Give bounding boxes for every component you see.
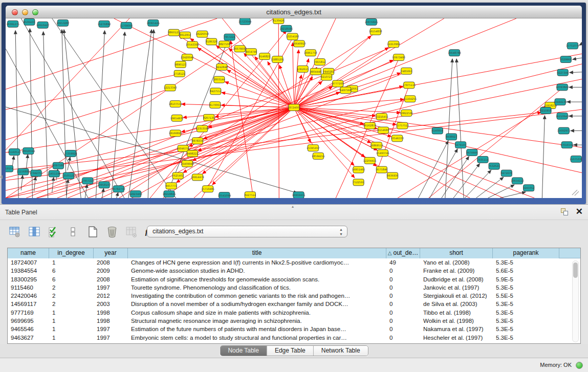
edge[interactable]	[26, 46, 394, 198]
edge[interactable]	[96, 31, 104, 198]
graph-node-teal[interactable]: 10653287	[56, 19, 70, 26]
graph-node-yellow[interactable]: 13254193	[286, 33, 299, 40]
graph-node-yellow[interactable]: 9827508	[219, 41, 230, 48]
table-row[interactable]: 1830029562008Estimation of significance …	[8, 275, 580, 283]
graph-node-teal[interactable]: 10958107	[98, 182, 111, 188]
graph-node-yellow[interactable]: 16154838	[369, 28, 382, 35]
graph-node-teal[interactable]: 17016504	[560, 142, 574, 148]
edge[interactable]	[21, 176, 23, 191]
show-columns-icon[interactable]	[28, 225, 41, 238]
graph-node-yellow[interactable]: 7485063	[401, 68, 412, 74]
edge[interactable]	[6, 18, 129, 150]
graph-node-yellow[interactable]: 12204415	[363, 157, 377, 164]
graph-node-teal[interactable]: 10541094	[218, 192, 231, 198]
graph-node-teal[interactable]: 9329966	[560, 56, 572, 63]
edge[interactable]	[117, 192, 118, 198]
tab-edge-table[interactable]: Edge Table	[267, 346, 314, 356]
graph-node-teal[interactable]: 12610427	[36, 21, 50, 28]
graph-node-yellow[interactable]: 15345457	[307, 145, 320, 151]
table-row[interactable]: 946554611997Estimation of the future num…	[8, 325, 580, 333]
graph-node-teal[interactable]: 18918344	[22, 148, 35, 155]
graph-node-teal[interactable]: 19218586	[280, 25, 293, 32]
table-row[interactable]: 946362711997Embryonic stem cells: a mode…	[8, 334, 580, 342]
panel-splitter-handle[interactable]: ▴	[292, 206, 297, 208]
graph-node-teal[interactable]: 8215958	[540, 107, 551, 114]
edge[interactable]	[542, 116, 545, 198]
column-header-pagerank[interactable]: pagerank	[493, 248, 559, 258]
column-header-year[interactable]: year	[94, 248, 128, 258]
graph-node-teal[interactable]: 15723044	[238, 18, 252, 25]
graph-node-teal[interactable]: 16210643	[556, 113, 569, 119]
edge[interactable]	[36, 64, 582, 198]
graph-node-teal[interactable]: 15751074	[566, 42, 579, 49]
graph-node-yellow[interactable]: 9154680	[378, 127, 389, 134]
graph-node-yellow[interactable]: 10973493	[392, 54, 405, 61]
graph-node-yellow[interactable]: 2718121	[174, 70, 185, 77]
graph-node-yellow[interactable]: 15757513	[396, 122, 409, 129]
select-all-icon[interactable]	[47, 225, 60, 238]
graph-node-teal[interactable]: 17359924	[64, 150, 77, 157]
edge[interactable]	[579, 43, 582, 45]
panel-collapse-handle[interactable]	[0, 175, 3, 179]
column-header-short[interactable]: short	[420, 248, 493, 258]
graph-node-teal[interactable]: 16932451	[292, 192, 306, 198]
graph-node-yellow[interactable]: 11164255	[404, 96, 417, 102]
edge[interactable]	[488, 185, 514, 198]
table-row[interactable]: 911546021997Tourette syndrome. Phenomeno…	[8, 283, 580, 292]
graph-node-teal[interactable]: 17957225	[81, 178, 94, 184]
table-row[interactable]: 1456911722003Disruption of a novel membe…	[8, 300, 580, 308]
graph-node-teal[interactable]: 18391275	[6, 20, 19, 27]
graph-node-yellow[interactable]: 8427512	[245, 192, 256, 198]
tab-node-table[interactable]: Node Table	[220, 346, 267, 356]
edge[interactable]	[244, 53, 294, 107]
table-vertical-scrollbar[interactable]	[572, 260, 579, 342]
edge[interactable]	[255, 57, 294, 107]
graph-node-yellow[interactable]: 7522591	[353, 179, 364, 186]
edge[interactable]	[500, 192, 526, 198]
graph-node-teal[interactable]: 15692971	[557, 127, 571, 134]
graph-node-yellow[interactable]: 8878334	[192, 138, 203, 144]
edge[interactable]	[294, 99, 404, 107]
graph-node-teal[interactable]: 25160510	[8, 149, 21, 156]
column-header-in-degree[interactable]: in_degree	[49, 248, 94, 258]
graph-node-teal[interactable]: 2935114	[477, 156, 488, 163]
table-row[interactable]: 2242004622012Investigating the contribut…	[8, 292, 580, 300]
float-panel-icon[interactable]	[560, 207, 570, 216]
graph-node-yellow[interactable]: 10822591	[400, 110, 413, 116]
graph-node-yellow[interactable]: 7625402	[172, 172, 183, 179]
graph-node-yellow[interactable]: 6497568	[340, 87, 351, 94]
edge[interactable]	[465, 170, 491, 198]
graph-node-yellow[interactable]: 18724007	[288, 104, 301, 111]
graph-node-yellow[interactable]: 9242848	[216, 63, 227, 70]
graph-node-teal[interactable]: 18219841	[163, 191, 176, 198]
graph-node-yellow[interactable]: 12213967	[387, 41, 400, 48]
edge[interactable]	[6, 74, 180, 110]
graph-node-yellow[interactable]: 15885201	[271, 56, 284, 63]
delete-table-icon[interactable]	[105, 225, 119, 238]
graph-node-yellow[interactable]: 8186328	[206, 38, 217, 45]
table-settings-icon[interactable]	[8, 225, 21, 238]
graph-node-yellow[interactable]: 8130426	[273, 18, 284, 24]
graph-node-teal[interactable]: 9245052	[523, 185, 534, 191]
graph-node-yellow[interactable]: 9498222	[187, 150, 198, 157]
graph-node-yellow[interactable]: 12353594	[195, 125, 209, 132]
table-row[interactable]: 1872400712008Changes of HCN gene express…	[8, 258, 580, 267]
edge[interactable]	[294, 107, 355, 178]
graph-node-yellow[interactable]: 8427552	[210, 88, 221, 95]
graph-node-teal[interactable]: 12093822	[556, 84, 569, 91]
table-selector-dropdown[interactable]: citations_edges.txt ▲▼	[147, 226, 347, 237]
node-attribute-table[interactable]: name in_degree year title △out_de… short…	[7, 248, 581, 344]
graph-node-teal[interactable]: 6479197	[455, 142, 466, 148]
graph-node-yellow[interactable]: 16951465	[352, 166, 365, 173]
graph-node-teal[interactable]: 15276892	[98, 20, 111, 27]
graph-node-teal[interactable]: 11156889	[16, 168, 30, 175]
graph-node-teal[interactable]: 16648784	[448, 50, 461, 56]
edge[interactable]	[570, 72, 582, 73]
edge[interactable]	[6, 107, 294, 198]
tab-network-table[interactable]: Network Table	[314, 346, 368, 356]
graph-node-yellow[interactable]: 8860123	[168, 29, 179, 36]
graph-node-teal[interactable]: 8938923	[446, 134, 457, 140]
graph-node-yellow[interactable]: 8267130	[203, 114, 214, 121]
graph-node-yellow[interactable]: 9890123	[175, 61, 186, 68]
graph-node-yellow[interactable]: 12213343	[164, 84, 177, 91]
